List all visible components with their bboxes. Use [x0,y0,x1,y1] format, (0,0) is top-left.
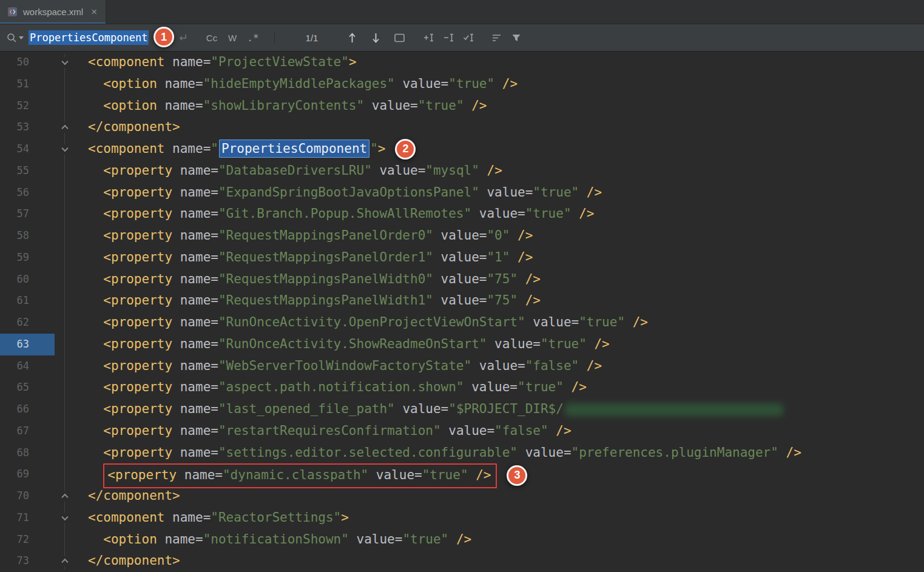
code-line-67[interactable]: 67 <property name="restartRequiresConfir… [0,420,924,442]
previous-occurrence-button[interactable] [348,32,357,44]
code-line-72[interactable]: 72 <option name="notificationShown" valu… [0,529,924,551]
search-input[interactable]: PropertiesComponent [29,32,156,44]
code-token: > [349,55,357,69]
code-line-62[interactable]: 62 <property name="RunOnceActivity.OpenP… [0,312,924,334]
filter-results-icon[interactable] [511,33,522,43]
code-token: name= [172,358,218,373]
code-line-61[interactable]: 61 <property name="RequestMappingsPanelW… [0,290,924,312]
code-line-64[interactable]: 64 <property name="WebServerToolWindowFa… [0,355,924,377]
code-text: <property name="RequestMappingsPanelWidt… [83,290,541,312]
code-line-56[interactable]: 56 <property name="ExpandSpringBootJavaO… [0,182,924,204]
code-line-68[interactable]: 68 <property name="settings.editor.selec… [0,442,924,464]
line-number: 59 [0,247,29,269]
fold-down-icon[interactable] [59,57,70,67]
code-line-59[interactable]: 59 <property name="RequestMappingsPanelO… [0,247,924,269]
code-token: </component> [88,488,180,503]
code-token: <option [88,98,157,113]
code-token: "true" [579,315,625,329]
gutter: 66 [0,399,83,420]
fold-up-icon[interactable] [59,491,70,501]
code-token: "75" [487,272,518,286]
code-editor[interactable]: 50<component name="ProjectViewState">51 … [0,52,924,572]
code-token: <component [88,510,164,525]
code-line-66[interactable]: 66 <property name="last_opened_file_path… [0,399,924,420]
line-number: 56 [0,182,29,204]
code-line-55[interactable]: 55 <property name="DatabaseDriversLRU" v… [0,160,924,182]
code-token: /> [518,272,541,286]
code-token: "RunOnceActivity.ShowReadmeOnStart" [218,337,487,351]
code-token: name= [172,315,218,329]
tab-close-icon[interactable]: × [91,7,97,17]
code-line-73[interactable]: 73</component> [0,550,924,572]
code-token: value= [487,337,541,351]
line-number: 53 [0,116,29,138]
gutter: 57 [0,203,83,225]
code-line-63[interactable]: 63 <property name="RunOnceActivity.ShowR… [0,334,924,355]
code-token: <option [88,76,157,91]
gutter: 53 [0,116,83,138]
redacted-text [565,403,783,416]
code-token: "Git.Branch.Popup.ShowAllRemotes" [218,206,471,221]
code-token: "true" [422,468,468,482]
search-match-highlight: PropertiesComponent [219,140,369,158]
code-token: name= [157,76,203,91]
code-token: "preferences.pluginManager" [572,445,778,460]
code-token: name= [172,185,218,200]
toggle-all-occurrences-button[interactable] [462,32,475,43]
code-line-69[interactable]: 69 <property name="dynamic.classpath" va… [0,463,924,485]
search-options-button[interactable] [491,33,502,43]
search-query-text: PropertiesComponent [29,30,149,45]
match-case-button[interactable]: Cc [201,33,222,43]
code-line-71[interactable]: 71<component name="ReactorSettings"> [0,507,924,529]
line-number: 61 [0,290,29,312]
search-icon[interactable] [6,32,24,44]
regex-button[interactable]: .* [243,32,263,44]
code-text: <property name="RequestMappingsPanelOrde… [83,247,533,269]
code-token: <property [88,423,172,438]
code-line-50[interactable]: 50<component name="ProjectViewState"> [0,52,924,73]
code-token: "true" [541,337,587,351]
code-line-52[interactable]: 52 <option name="showLibraryContents" va… [0,95,924,117]
code-line-51[interactable]: 51 <option name="hideEmptyMiddlePackages… [0,73,924,95]
code-line-53[interactable]: 53</component> [0,116,924,138]
line-number: 63 [0,334,29,355]
code-token: "DatabaseDriversLRU" [218,163,372,178]
find-toolbar: PropertiesComponent 1 × Cc W .* 1/1 [0,24,924,52]
line-number: 73 [0,550,29,572]
fold-up-icon[interactable] [59,123,70,133]
code-token: name= [172,272,218,286]
code-token: "ExpandSpringBootJavaOptionsPanel" [218,185,479,200]
code-line-57[interactable]: 57 <property name="Git.Branch.Popup.Show… [0,203,924,225]
code-line-54[interactable]: 54<component name="PropertiesComponent">… [0,138,924,160]
code-token: /> [510,250,533,264]
code-line-65[interactable]: 65 <property name="aspect.path.notificat… [0,377,924,399]
add-occurrence-button[interactable] [422,32,435,43]
code-token: value= [395,76,449,91]
remove-occurrence-button[interactable] [442,32,455,43]
code-token: <property [88,402,172,416]
code-token: > [341,510,349,525]
gutter: 59 [0,247,83,269]
next-occurrence-button[interactable] [371,32,380,44]
gutter: 61 [0,290,83,312]
code-token: value= [471,206,525,221]
code-line-60[interactable]: 60 <property name="RequestMappingsPanelW… [0,269,924,291]
code-token: /> [778,445,801,460]
fold-down-icon[interactable] [59,513,70,523]
line-number: 72 [0,529,29,551]
select-all-occurrences-button[interactable] [394,33,405,43]
new-line-icon[interactable] [177,33,188,43]
words-button[interactable]: W [222,33,243,43]
fold-down-icon[interactable] [59,144,70,154]
tab-title: workspace.xml [23,7,83,17]
annotation-badge-2: 2 [395,139,416,160]
code-line-70[interactable]: 70</component> [0,485,924,507]
code-token: </component> [88,553,180,568]
fold-up-icon[interactable] [59,556,70,567]
code-token: <property [88,206,172,221]
code-line-58[interactable]: 58 <property name="RequestMappingsPanelO… [0,225,924,247]
code-token: value= [433,272,487,286]
code-text: <component name="PropertiesComponent">2 [83,138,416,160]
code-token: /> [572,206,595,221]
tab-workspace-xml[interactable]: workspace.xml × [0,0,106,24]
